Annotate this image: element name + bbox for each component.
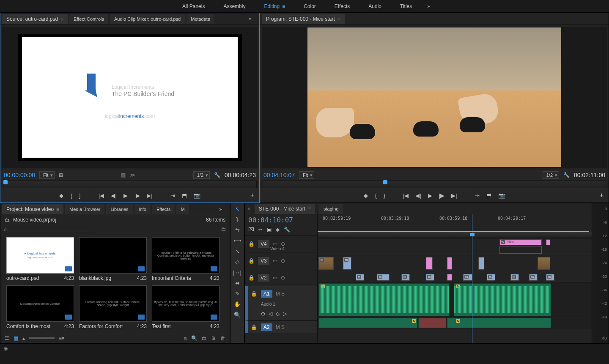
clip[interactable] [318, 257, 334, 270]
go-to-out-button[interactable]: ▶| [147, 192, 152, 199]
track-v2[interactable] [318, 272, 592, 282]
pen-tool[interactable]: ✎ [235, 290, 240, 297]
clip[interactable] [546, 239, 550, 245]
step-fwd-button[interactable]: |▶ [134, 192, 140, 199]
source-tabs-overflow[interactable]: » [243, 16, 258, 22]
rolling-edit-tool[interactable]: ⟷ [233, 238, 241, 244]
lift-button[interactable]: ⇥ [475, 192, 480, 199]
safe-margins-icon[interactable]: ⊞ [59, 172, 63, 178]
step-fwd-button[interactable]: |▶ [439, 192, 444, 199]
clip[interactable] [447, 274, 452, 281]
clip[interactable]: blar [499, 239, 542, 245]
freeform-view-button[interactable]: ▴ [22, 335, 25, 341]
export-frame-button[interactable]: 📷 [498, 192, 505, 199]
clip[interactable] [343, 257, 351, 270]
snap-toggle[interactable]: ⌧ [248, 227, 254, 233]
timeline-tracks-area[interactable]: 00:02:59:19 00:03:29:18 00:03:59:18 00:0… [318, 214, 592, 343]
add-marker-button[interactable]: ▣ [267, 227, 272, 233]
automate-button[interactable]: ⎋ [184, 335, 187, 341]
sort-button[interactable]: ≡▾ [59, 335, 64, 341]
track-head-v4[interactable]: 🔒 V4 ▭ ⊙ Video 4 [245, 235, 317, 252]
timeline-tc[interactable]: 00:04:10:07 [245, 214, 317, 226]
markers-tab[interactable]: M [176, 204, 189, 214]
icon-view-button[interactable]: ▦ [14, 335, 18, 341]
razor-tool[interactable]: ◇ [235, 259, 239, 265]
clip[interactable] [401, 274, 410, 281]
clip[interactable] [538, 257, 550, 270]
clip[interactable] [426, 274, 434, 281]
workspace-overflow[interactable]: » [421, 3, 436, 9]
clip[interactable] [478, 257, 484, 270]
clip[interactable] [356, 274, 364, 281]
project-item[interactable]: Important criteria for selecting a mouse… [152, 237, 219, 281]
audio-clip[interactable]: fx [318, 318, 417, 328]
source-viewer[interactable]: Logical IncrementsThe PC Builder's Frien… [2, 27, 258, 168]
program-settings-icon[interactable]: 🔧 [563, 172, 570, 178]
lock-icon[interactable]: 🔒 [248, 258, 255, 264]
hand-tool[interactable]: ✋ [234, 301, 241, 307]
mute-solo[interactable]: M S [276, 324, 285, 330]
sequence-tab[interactable]: STE-000 - Mice start≡ [255, 204, 315, 214]
step-back-button[interactable]: ◀| [111, 192, 116, 199]
list-view-button[interactable]: ☰ [5, 335, 9, 341]
panel-menu-icon[interactable]: ≡ [60, 16, 63, 22]
track-v4[interactable]: blar [318, 238, 592, 255]
clip[interactable] [447, 257, 452, 270]
source-tc-current[interactable]: 00:00:00:00 [4, 172, 35, 178]
track-head-v3[interactable]: 🔒 V3 ▭ ⊙ [245, 252, 317, 269]
libraries-tab[interactable]: Libraries [106, 204, 132, 214]
playhead[interactable] [472, 214, 472, 343]
mark-out-button[interactable]: } [79, 192, 81, 199]
close-seq-icon[interactable]: × [247, 206, 250, 212]
extract-button[interactable]: ⬒ [486, 192, 491, 199]
track-select-tool[interactable]: ⤵ [236, 216, 239, 223]
timeline-wrench[interactable]: 🔧 [284, 227, 290, 233]
source-tab[interactable]: Source: outro-card.psd≡ [2, 14, 68, 24]
track-label[interactable]: V4 [258, 240, 269, 248]
source-res-select[interactable]: 1/2 [193, 171, 210, 179]
toggle-output-icon[interactable]: ▭ [273, 275, 277, 281]
slide-tool[interactable]: ⬌ [235, 280, 240, 286]
track-head-a2[interactable]: 🔒 A2 M S [245, 320, 317, 333]
selection-tool[interactable]: ↖ [235, 206, 240, 212]
clip[interactable] [426, 257, 433, 270]
clip[interactable] [463, 274, 472, 281]
mark-in-button[interactable]: { [375, 192, 376, 199]
overwrite-button[interactable]: ⬒ [182, 192, 187, 199]
track-a1[interactable]: fx fx [318, 282, 592, 317]
track-label[interactable]: A1 [261, 290, 272, 298]
insert-button[interactable]: ⇥ [170, 192, 175, 199]
button-editor[interactable]: + [250, 192, 254, 199]
track-v3[interactable] [318, 255, 592, 272]
ws-assembly[interactable]: Assembly [214, 0, 255, 13]
sequence-tab-2[interactable]: staging [319, 204, 343, 214]
mute-solo[interactable]: M S [276, 291, 285, 297]
track-head-v2[interactable]: 🔒 V2 ▭ ⊙ [245, 269, 317, 286]
panel-menu-icon[interactable]: ≡ [337, 16, 340, 22]
source-settings-icon[interactable]: 🔧 [214, 172, 220, 178]
source-scrubber[interactable] [3, 181, 257, 188]
clip[interactable] [546, 274, 554, 281]
panel-menu-icon[interactable]: ≡ [308, 206, 311, 212]
ws-color[interactable]: Color [294, 0, 325, 13]
audio-clip-mixer-tab[interactable]: Audio Clip Mixer: outro-card.psd [110, 14, 185, 24]
next-kf[interactable]: ▷ [283, 311, 287, 317]
keyframe-toggle[interactable]: ⊙ [261, 311, 265, 317]
play-button[interactable]: ▶ [428, 192, 432, 199]
panel-menu-icon[interactable]: ≡ [56, 206, 59, 212]
project-item[interactable]: If possible, test the mouse before purch… [152, 285, 219, 329]
metadata-tab[interactable]: Metadata [187, 14, 214, 24]
project-search-input[interactable] [8, 227, 93, 232]
bin-icon[interactable]: 🗀 [5, 217, 10, 223]
ws-audio[interactable]: Audio [359, 0, 391, 13]
go-to-in-button[interactable]: |◀ [99, 192, 104, 199]
track-label[interactable]: V3 [258, 257, 269, 265]
project-item[interactable]: Factors affecting comfort: Surface textu… [79, 285, 147, 329]
audio-clip[interactable] [418, 318, 446, 328]
lock-icon[interactable]: 🔒 [248, 241, 255, 247]
button-editor[interactable]: + [600, 192, 604, 199]
ws-editing[interactable]: Editing [255, 0, 294, 13]
clip[interactable] [377, 274, 390, 281]
clip-thumb[interactable] [499, 246, 542, 254]
media-browser-tab[interactable]: Media Browser [65, 204, 104, 214]
